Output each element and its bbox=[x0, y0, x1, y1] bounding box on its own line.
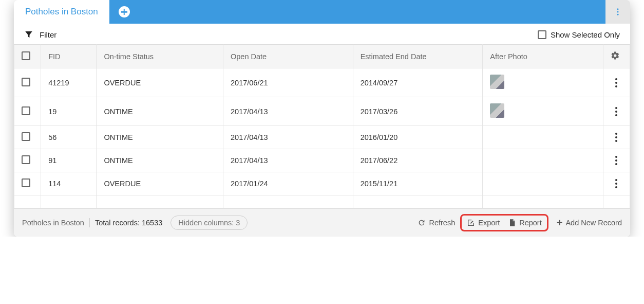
cell-fid: 41219 bbox=[41, 68, 97, 97]
table-row[interactable]: 114OVERDUE2017/01/242015/11/21 bbox=[14, 172, 630, 195]
svg-point-2 bbox=[617, 14, 619, 15]
tab-bar: Potholes in Boston bbox=[14, 0, 630, 24]
svg-point-0 bbox=[617, 8, 619, 10]
cell-photo bbox=[483, 126, 603, 149]
tab-strip bbox=[109, 0, 605, 24]
row-actions-button[interactable] bbox=[611, 156, 622, 165]
cell-fid: 56 bbox=[41, 126, 97, 149]
cell-status: OVERDUE bbox=[97, 68, 223, 97]
col-photo[interactable]: After Photo bbox=[483, 45, 603, 68]
hidden-columns-pill[interactable]: Hidden columns: 3 bbox=[171, 216, 248, 230]
show-selected-label: Show Selected Only bbox=[551, 30, 620, 39]
refresh-button[interactable]: Refresh bbox=[418, 219, 455, 227]
col-status[interactable]: On-time Status bbox=[97, 45, 223, 68]
row-checkbox[interactable] bbox=[22, 155, 30, 164]
row-actions-button[interactable] bbox=[611, 78, 622, 87]
cell-status: ONTIME bbox=[97, 126, 223, 149]
cell-est-end: 2014/09/27 bbox=[353, 68, 483, 97]
cell-est-end: 2016/01/20 bbox=[353, 126, 483, 149]
col-open[interactable]: Open Date bbox=[223, 45, 353, 68]
row-actions-button[interactable] bbox=[611, 179, 622, 188]
table-row[interactable]: 19ONTIME2017/04/132017/03/26 bbox=[14, 97, 630, 126]
cell-photo bbox=[483, 97, 603, 126]
cell-open-date: 2017/04/13 bbox=[223, 126, 353, 149]
table-header-row: FID On-time Status Open Date Estimated E… bbox=[14, 45, 630, 68]
export-button[interactable]: Export bbox=[467, 219, 500, 227]
row-actions-button[interactable] bbox=[611, 133, 622, 142]
cell-est-end: 2017/06/22 bbox=[353, 149, 483, 172]
report-icon bbox=[508, 219, 516, 227]
select-all-checkbox[interactable] bbox=[22, 51, 30, 60]
table-row[interactable]: 41219OVERDUE2017/06/212014/09/27 bbox=[14, 68, 630, 97]
table-row-partial bbox=[14, 195, 630, 208]
gear-icon bbox=[611, 51, 620, 60]
row-checkbox[interactable] bbox=[22, 106, 30, 115]
table-row[interactable]: 91ONTIME2017/04/132017/06/22 bbox=[14, 149, 630, 172]
records-table: FID On-time Status Open Date Estimated E… bbox=[14, 44, 630, 208]
photo-thumbnail[interactable] bbox=[490, 75, 504, 89]
columns-settings-button[interactable] bbox=[603, 45, 630, 68]
filter-button[interactable]: Filter bbox=[24, 30, 56, 39]
cell-est-end: 2017/03/26 bbox=[353, 97, 483, 126]
total-records: Total records: 16533 bbox=[95, 219, 162, 227]
cell-photo bbox=[483, 149, 603, 172]
add-record-button[interactable]: + Add New Record bbox=[557, 219, 622, 227]
col-est[interactable]: Estimated End Date bbox=[353, 45, 483, 68]
col-fid[interactable]: FID bbox=[41, 45, 97, 68]
filter-bar: Filter Show Selected Only bbox=[14, 24, 630, 44]
header-menu-button[interactable] bbox=[605, 0, 630, 24]
tab-active[interactable]: Potholes in Boston bbox=[14, 0, 109, 24]
filter-icon bbox=[24, 30, 33, 39]
row-checkbox[interactable] bbox=[22, 132, 30, 141]
filter-label: Filter bbox=[40, 30, 56, 39]
svg-point-1 bbox=[617, 11, 619, 13]
cell-status: ONTIME bbox=[97, 149, 223, 172]
data-table-widget: Potholes in Boston Filter Show Selected … bbox=[14, 0, 630, 237]
add-tab-button[interactable] bbox=[119, 6, 130, 17]
cell-open-date: 2017/06/21 bbox=[223, 68, 353, 97]
show-selected-checkbox[interactable] bbox=[538, 30, 546, 39]
photo-thumbnail[interactable] bbox=[490, 103, 504, 118]
cell-status: ONTIME bbox=[97, 97, 223, 126]
cell-photo bbox=[483, 172, 603, 195]
table-row[interactable]: 56ONTIME2017/04/132016/01/20 bbox=[14, 126, 630, 149]
row-actions-button[interactable] bbox=[611, 107, 622, 116]
row-checkbox[interactable] bbox=[22, 78, 30, 86]
show-selected-toggle[interactable]: Show Selected Only bbox=[538, 30, 620, 39]
export-report-highlight: Export Report bbox=[460, 214, 548, 231]
status-bar: Potholes in Boston Total records: 16533 … bbox=[14, 208, 630, 237]
cell-fid: 114 bbox=[41, 172, 97, 195]
export-icon bbox=[467, 219, 475, 227]
vertical-dots-icon bbox=[613, 7, 622, 16]
cell-open-date: 2017/04/13 bbox=[223, 149, 353, 172]
cell-fid: 19 bbox=[41, 97, 97, 126]
cell-open-date: 2017/04/13 bbox=[223, 97, 353, 126]
cell-photo bbox=[483, 68, 603, 97]
cell-open-date: 2017/01/24 bbox=[223, 172, 353, 195]
cell-est-end: 2015/11/21 bbox=[353, 172, 483, 195]
cell-fid: 91 bbox=[41, 149, 97, 172]
cell-status: OVERDUE bbox=[97, 172, 223, 195]
footer-title: Potholes in Boston bbox=[22, 219, 84, 227]
refresh-icon bbox=[418, 219, 426, 227]
row-checkbox[interactable] bbox=[22, 178, 30, 187]
report-button[interactable]: Report bbox=[508, 219, 542, 227]
